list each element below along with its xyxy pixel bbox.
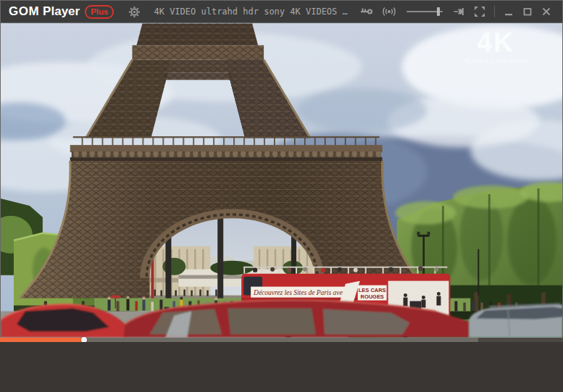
video-frame: Découvrez les Sites de Paris avec LES CA… <box>1 23 562 338</box>
expand-icon[interactable] <box>470 3 490 20</box>
window-title: 4K VIDEO ultrahd hdr sony 4K VIDEOS demo… <box>154 7 350 17</box>
video-canvas[interactable]: Découvrez les Sites de Paris avec LES CA… <box>1 23 562 338</box>
player-logo-text: Player <box>43 4 80 19</box>
control-bar: 50 00:04:19/00:29:36 360 SUB <box>0 342 563 392</box>
broadcast-icon[interactable] <box>378 3 401 20</box>
settings-gear-icon[interactable] <box>124 3 145 21</box>
titlebar-divider <box>494 6 495 17</box>
maximize-button[interactable] <box>518 4 537 20</box>
minimize-button[interactable] <box>499 4 518 20</box>
player-window: GOM Player Plus 4K VIDEO ultrahd hdr son… <box>0 0 563 392</box>
plus-badge: Plus <box>85 5 114 19</box>
titlebar[interactable]: GOM Player Plus 4K VIDEO ultrahd hdr son… <box>0 0 563 23</box>
bus-brand-line2: ROUGES <box>360 293 383 300</box>
gom-logo: GOM Player Plus <box>9 4 114 19</box>
titlebar-opacity-slider[interactable] <box>406 7 443 17</box>
bus-slogan-text: Découvrez les Sites de Paris avec <box>253 288 346 296</box>
pin-icon[interactable] <box>449 3 470 20</box>
bus-brand-line1: LES CARS <box>359 287 386 293</box>
titlebar-slider-handle[interactable] <box>437 7 440 16</box>
gom-logo-text: GOM <box>9 4 39 19</box>
key-lock-icon[interactable] <box>356 3 378 20</box>
close-button[interactable] <box>537 4 556 20</box>
